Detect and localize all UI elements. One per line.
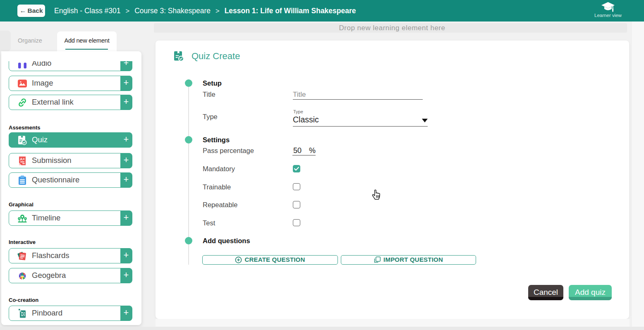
svg-text:A+: A+ xyxy=(20,157,25,161)
